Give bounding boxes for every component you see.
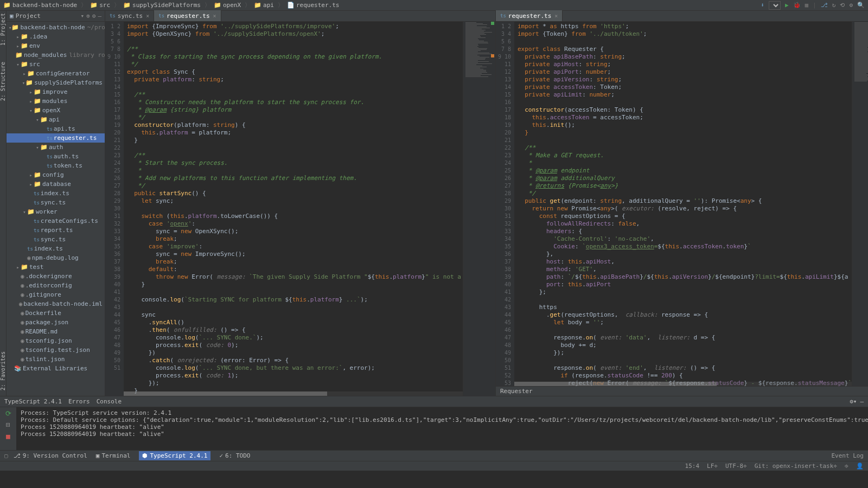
project-icon: ▣ — [10, 12, 14, 20]
tree-node[interactable]: tsrequester.ts — [7, 133, 105, 143]
minimap-left[interactable] — [463, 22, 495, 396]
panel-tab[interactable]: Errors — [68, 398, 90, 405]
tree-node[interactable]: ▾📁supplySidePlatforms — [7, 78, 105, 87]
tree-node[interactable]: ◉tsconfig.json — [7, 336, 105, 345]
tree-node[interactable]: ◉README.md — [7, 327, 105, 336]
tool-project[interactable]: 1: Project — [0, 13, 6, 46]
tree-node[interactable]: ▸📁test — [7, 262, 105, 272]
filter-icon[interactable]: ⊟ — [6, 421, 10, 429]
editor-tabs-left[interactable]: tssync.ts×tsrequester.ts× — [105, 11, 495, 22]
run-config-select[interactable] — [769, 1, 781, 10]
tool-window-quick[interactable]: ▢ — [4, 452, 8, 459]
tree-node[interactable]: ▸📁.idea — [7, 32, 105, 41]
tree-node[interactable]: 📁node_moduleslibrary root — [7, 50, 105, 60]
sync-icon[interactable]: ↻ — [832, 2, 836, 9]
tree-node[interactable]: tsindex.ts — [7, 244, 105, 253]
tree-node[interactable]: ◉backend-batch-node.iml — [7, 299, 105, 309]
project-title: Project — [16, 12, 79, 20]
debug-icon[interactable]: 🐞 — [793, 2, 801, 9]
tree-node[interactable]: ▸📁env — [7, 41, 105, 50]
settings-icon[interactable]: ⚙ — [849, 2, 853, 9]
tree-node[interactable]: ◉tslint.json — [7, 355, 105, 364]
compile-icon[interactable]: ⟳ — [5, 409, 11, 418]
hide-icon[interactable]: — — [98, 12, 101, 20]
panel-hide-icon[interactable]: — — [860, 398, 864, 405]
encoding[interactable]: UTF-8÷ — [725, 463, 747, 470]
code-right[interactable]: import * as https from 'https'; import {… — [514, 22, 852, 386]
tree-node[interactable]: tssync.ts — [7, 198, 105, 207]
tree-node[interactable]: ▸📁database — [7, 179, 105, 189]
panel-tab[interactable]: TypeScript 2.4.1 — [4, 398, 62, 405]
panel-tab[interactable]: Console — [97, 398, 122, 405]
tree-node[interactable]: ▾📁backend-batch-node~/projec — [7, 23, 105, 32]
tool-window-button[interactable]: ✓6: TODO — [219, 451, 250, 460]
tree-node[interactable]: ◉.gitignore — [7, 290, 105, 299]
tree-node[interactable]: tsauth.ts — [7, 152, 105, 161]
tree-node[interactable]: ▾📁api — [7, 115, 105, 124]
close-icon[interactable]: × — [146, 13, 149, 19]
console-output[interactable]: Process: TypeScript service version: 2.4… — [16, 407, 868, 450]
hscroll-right[interactable] — [514, 382, 852, 386]
breadcrumb-item[interactable]: 〉📄 requester.ts — [276, 1, 339, 9]
event-log[interactable]: Event Log — [831, 452, 864, 459]
close-icon[interactable]: × — [554, 13, 558, 19]
tool-window-button[interactable]: ⬢TypeScript 2.4.1 — [139, 451, 210, 460]
tree-node[interactable]: ◉npm-debug.log — [7, 253, 105, 262]
minimap-right[interactable] — [852, 22, 868, 386]
editor-tab[interactable]: tsrequester.ts× — [154, 10, 221, 21]
tree-node[interactable]: ◉.dockerignore — [7, 272, 105, 281]
collapse-icon[interactable]: ⊕ — [86, 12, 90, 20]
breadcrumb-item[interactable]: 〉📁 src — [79, 1, 110, 9]
breadcrumb-item[interactable]: 📁 backend-batch-node — [3, 2, 77, 9]
panel-settings-icon[interactable]: ⚙▾ — [850, 398, 857, 405]
tree-node[interactable]: ▾📁worker — [7, 207, 105, 216]
tree-node[interactable]: ◉.editorconfig — [7, 281, 105, 290]
tree-node[interactable]: ▸📁modules — [7, 97, 105, 106]
git-branch[interactable]: Git: openx-insert-task÷ — [755, 463, 837, 470]
project-tree[interactable]: ▾📁backend-batch-node~/projec▸📁.idea▸📁env… — [7, 22, 105, 396]
settings-icon[interactable]: ⚙ — [92, 12, 96, 20]
left-tool-stripe: 1: Project 2: Structure 2: Favorites — [0, 11, 7, 396]
tree-node[interactable]: ◉tsconfig.test.json — [7, 345, 105, 355]
tree-node[interactable]: ▾📁src — [7, 60, 105, 69]
breadcrumb-item[interactable]: 〉📁 openX — [203, 1, 241, 9]
tree-node[interactable]: tscreateConfigs.ts — [7, 216, 105, 226]
tool-window-button[interactable]: ▣Terminal — [96, 451, 131, 460]
tree-node[interactable]: tssync.ts — [7, 235, 105, 244]
search-icon[interactable]: 🔍 — [857, 2, 865, 9]
tree-node[interactable]: ▸📁configGenerator — [7, 69, 105, 78]
tree-node[interactable]: ◉package.json — [7, 318, 105, 327]
stop-icon[interactable]: ■ — [805, 2, 809, 9]
inspector-icon[interactable]: 👤 — [856, 463, 864, 470]
editor-tabs-right[interactable]: tsrequester.ts× — [496, 11, 868, 22]
vcs-icon[interactable]: ⎇ — [821, 2, 828, 9]
breadcrumb-item[interactable]: 〉📁 supplySidePlatforms — [112, 1, 201, 9]
lock-icon[interactable]: ⎆ — [845, 463, 848, 470]
line-ending[interactable]: LF÷ — [707, 463, 718, 470]
tree-node[interactable]: 📚External Libraries — [7, 364, 105, 373]
run-icon[interactable]: ▶ — [785, 2, 789, 9]
editor-breadcrumb[interactable]: Requester — [496, 386, 868, 396]
stop-icon[interactable]: ■ — [6, 432, 10, 440]
editor-tab[interactable]: tsrequester.ts× — [496, 10, 563, 21]
hscroll-left[interactable] — [124, 391, 463, 396]
tree-node[interactable]: tsapi.ts — [7, 124, 105, 133]
tool-window-button[interactable]: ⎇9: Version Control — [14, 451, 87, 460]
vcs-update-icon[interactable]: ⬇ — [761, 2, 764, 9]
close-icon[interactable]: × — [213, 13, 216, 19]
breadcrumb-item[interactable]: 〉📁 api — [243, 1, 274, 9]
tree-node[interactable]: tstoken.ts — [7, 161, 105, 170]
tool-structure[interactable]: 2: Structure — [0, 62, 6, 101]
tree-node[interactable]: ◉Dockerfile — [7, 309, 105, 318]
tree-node[interactable]: tsreport.ts — [7, 226, 105, 235]
tree-node[interactable]: ▾📁openX — [7, 106, 105, 115]
back-icon[interactable]: ⟲ — [840, 2, 845, 9]
tree-node[interactable]: tsindex.ts — [7, 189, 105, 198]
tool-favorites[interactable]: 2: Favorites — [0, 351, 6, 390]
navigation-bar: 📁 backend-batch-node〉📁 src〉📁 supplySideP… — [0, 0, 868, 11]
tree-node[interactable]: ▸📁improve — [7, 87, 105, 97]
tree-node[interactable]: ▸📁config — [7, 170, 105, 179]
code-left[interactable]: import {ImproveSync} from '../supplySide… — [124, 22, 463, 396]
tree-node[interactable]: ▾📁auth — [7, 143, 105, 152]
editor-tab[interactable]: tssync.ts× — [105, 10, 154, 21]
